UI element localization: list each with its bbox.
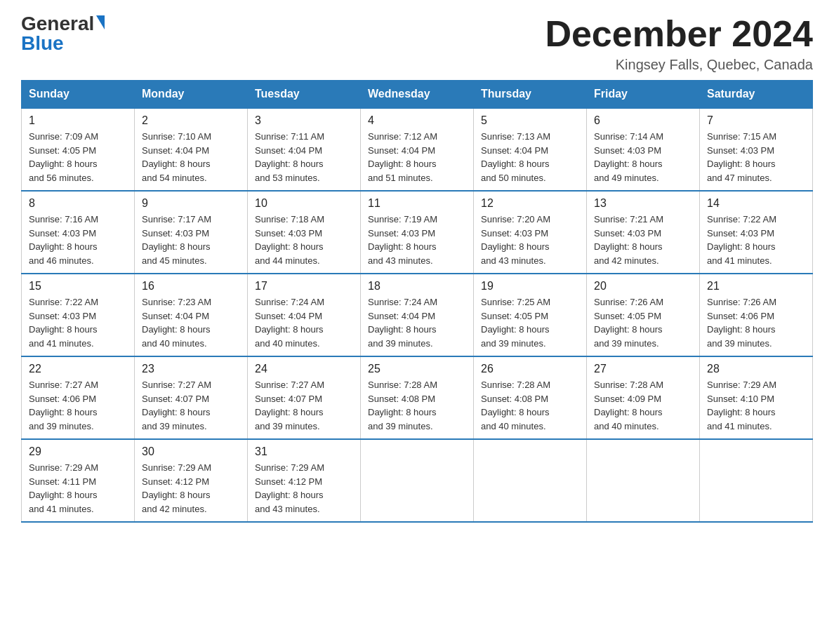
day-cell: 16Sunrise: 7:23 AM Sunset: 4:04 PM Dayli… — [135, 274, 248, 356]
day-cell: 30Sunrise: 7:29 AM Sunset: 4:12 PM Dayli… — [135, 439, 248, 522]
logo-arrow-icon — [96, 15, 105, 29]
day-cell: 18Sunrise: 7:24 AM Sunset: 4:04 PM Dayli… — [361, 274, 474, 356]
day-cell: 29Sunrise: 7:29 AM Sunset: 4:11 PM Dayli… — [22, 439, 135, 522]
day-info: Sunrise: 7:26 AM Sunset: 4:05 PM Dayligh… — [594, 295, 692, 350]
location: Kingsey Falls, Quebec, Canada — [545, 57, 813, 73]
day-number: 20 — [594, 280, 692, 293]
day-cell: 20Sunrise: 7:26 AM Sunset: 4:05 PM Dayli… — [587, 274, 700, 356]
day-number: 16 — [142, 280, 240, 293]
col-header-tuesday: Tuesday — [248, 81, 361, 109]
logo-general: General — [21, 14, 94, 34]
day-cell: 23Sunrise: 7:27 AM Sunset: 4:07 PM Dayli… — [135, 356, 248, 439]
day-info: Sunrise: 7:12 AM Sunset: 4:04 PM Dayligh… — [368, 130, 466, 185]
day-cell: 31Sunrise: 7:29 AM Sunset: 4:12 PM Dayli… — [248, 439, 361, 522]
day-cell: 8Sunrise: 7:16 AM Sunset: 4:03 PM Daylig… — [22, 191, 135, 274]
day-info: Sunrise: 7:13 AM Sunset: 4:04 PM Dayligh… — [481, 130, 579, 185]
day-number: 26 — [481, 363, 579, 375]
day-number: 14 — [707, 197, 805, 210]
day-info: Sunrise: 7:11 AM Sunset: 4:04 PM Dayligh… — [255, 130, 353, 185]
day-number: 25 — [368, 363, 466, 375]
day-info: Sunrise: 7:25 AM Sunset: 4:05 PM Dayligh… — [481, 295, 579, 350]
day-number: 7 — [707, 114, 805, 127]
day-cell: 4Sunrise: 7:12 AM Sunset: 4:04 PM Daylig… — [361, 108, 474, 191]
day-info: Sunrise: 7:29 AM Sunset: 4:10 PM Dayligh… — [707, 378, 805, 433]
day-cell — [700, 439, 813, 522]
day-info: Sunrise: 7:29 AM Sunset: 4:11 PM Dayligh… — [29, 461, 127, 516]
day-info: Sunrise: 7:17 AM Sunset: 4:03 PM Dayligh… — [142, 213, 240, 267]
day-cell: 12Sunrise: 7:20 AM Sunset: 4:03 PM Dayli… — [474, 191, 587, 274]
day-info: Sunrise: 7:21 AM Sunset: 4:03 PM Dayligh… — [594, 213, 692, 267]
day-info: Sunrise: 7:29 AM Sunset: 4:12 PM Dayligh… — [255, 461, 353, 516]
header-row: SundayMondayTuesdayWednesdayThursdayFrid… — [22, 81, 813, 109]
day-number: 23 — [142, 363, 240, 375]
day-info: Sunrise: 7:29 AM Sunset: 4:12 PM Dayligh… — [142, 461, 240, 516]
week-row-2: 8Sunrise: 7:16 AM Sunset: 4:03 PM Daylig… — [22, 191, 813, 274]
day-info: Sunrise: 7:15 AM Sunset: 4:03 PM Dayligh… — [707, 130, 805, 185]
day-number: 9 — [142, 197, 240, 210]
day-info: Sunrise: 7:22 AM Sunset: 4:03 PM Dayligh… — [707, 213, 805, 267]
week-row-1: 1Sunrise: 7:09 AM Sunset: 4:05 PM Daylig… — [22, 108, 813, 191]
day-number: 17 — [255, 280, 353, 293]
day-info: Sunrise: 7:16 AM Sunset: 4:03 PM Dayligh… — [29, 213, 127, 267]
day-cell — [361, 439, 474, 522]
day-number: 22 — [29, 363, 127, 375]
day-cell: 21Sunrise: 7:26 AM Sunset: 4:06 PM Dayli… — [700, 274, 813, 356]
day-number: 12 — [481, 197, 579, 210]
day-cell: 1Sunrise: 7:09 AM Sunset: 4:05 PM Daylig… — [22, 108, 135, 191]
col-header-wednesday: Wednesday — [361, 81, 474, 109]
day-cell: 7Sunrise: 7:15 AM Sunset: 4:03 PM Daylig… — [700, 108, 813, 191]
col-header-friday: Friday — [587, 81, 700, 109]
day-number: 3 — [255, 114, 353, 127]
day-cell: 9Sunrise: 7:17 AM Sunset: 4:03 PM Daylig… — [135, 191, 248, 274]
day-number: 10 — [255, 197, 353, 210]
col-header-saturday: Saturday — [700, 81, 813, 109]
day-info: Sunrise: 7:28 AM Sunset: 4:08 PM Dayligh… — [481, 378, 579, 433]
day-cell: 13Sunrise: 7:21 AM Sunset: 4:03 PM Dayli… — [587, 191, 700, 274]
day-number: 13 — [594, 197, 692, 210]
day-number: 8 — [29, 197, 127, 210]
logo: General Blue — [21, 14, 105, 53]
day-cell: 19Sunrise: 7:25 AM Sunset: 4:05 PM Dayli… — [474, 274, 587, 356]
title-section: December 2024 Kingsey Falls, Quebec, Can… — [545, 14, 813, 73]
day-info: Sunrise: 7:28 AM Sunset: 4:09 PM Dayligh… — [594, 378, 692, 433]
day-cell — [474, 439, 587, 522]
day-cell: 3Sunrise: 7:11 AM Sunset: 4:04 PM Daylig… — [248, 108, 361, 191]
day-info: Sunrise: 7:20 AM Sunset: 4:03 PM Dayligh… — [481, 213, 579, 267]
calendar-table: SundayMondayTuesdayWednesdayThursdayFrid… — [21, 80, 813, 523]
day-number: 4 — [368, 114, 466, 127]
day-cell: 6Sunrise: 7:14 AM Sunset: 4:03 PM Daylig… — [587, 108, 700, 191]
week-row-3: 15Sunrise: 7:22 AM Sunset: 4:03 PM Dayli… — [22, 274, 813, 356]
day-cell: 17Sunrise: 7:24 AM Sunset: 4:04 PM Dayli… — [248, 274, 361, 356]
day-info: Sunrise: 7:28 AM Sunset: 4:08 PM Dayligh… — [368, 378, 466, 433]
day-number: 2 — [142, 114, 240, 127]
day-info: Sunrise: 7:27 AM Sunset: 4:07 PM Dayligh… — [255, 378, 353, 433]
day-cell — [587, 439, 700, 522]
day-number: 31 — [255, 445, 353, 458]
day-number: 15 — [29, 280, 127, 293]
day-cell: 26Sunrise: 7:28 AM Sunset: 4:08 PM Dayli… — [474, 356, 587, 439]
day-number: 27 — [594, 363, 692, 375]
day-cell: 28Sunrise: 7:29 AM Sunset: 4:10 PM Dayli… — [700, 356, 813, 439]
day-cell: 15Sunrise: 7:22 AM Sunset: 4:03 PM Dayli… — [22, 274, 135, 356]
logo-blue: Blue — [21, 34, 64, 53]
day-cell: 24Sunrise: 7:27 AM Sunset: 4:07 PM Dayli… — [248, 356, 361, 439]
day-info: Sunrise: 7:23 AM Sunset: 4:04 PM Dayligh… — [142, 295, 240, 350]
week-row-5: 29Sunrise: 7:29 AM Sunset: 4:11 PM Dayli… — [22, 439, 813, 522]
day-number: 28 — [707, 363, 805, 375]
day-info: Sunrise: 7:24 AM Sunset: 4:04 PM Dayligh… — [255, 295, 353, 350]
day-number: 1 — [29, 114, 127, 127]
day-cell: 22Sunrise: 7:27 AM Sunset: 4:06 PM Dayli… — [22, 356, 135, 439]
col-header-thursday: Thursday — [474, 81, 587, 109]
day-number: 19 — [481, 280, 579, 293]
day-info: Sunrise: 7:14 AM Sunset: 4:03 PM Dayligh… — [594, 130, 692, 185]
day-number: 6 — [594, 114, 692, 127]
day-cell: 10Sunrise: 7:18 AM Sunset: 4:03 PM Dayli… — [248, 191, 361, 274]
page-header: General Blue December 2024 Kingsey Falls… — [21, 14, 813, 73]
col-header-monday: Monday — [135, 81, 248, 109]
month-title: December 2024 — [545, 14, 813, 54]
day-number: 29 — [29, 445, 127, 458]
week-row-4: 22Sunrise: 7:27 AM Sunset: 4:06 PM Dayli… — [22, 356, 813, 439]
day-info: Sunrise: 7:19 AM Sunset: 4:03 PM Dayligh… — [368, 213, 466, 267]
day-info: Sunrise: 7:09 AM Sunset: 4:05 PM Dayligh… — [29, 130, 127, 185]
day-info: Sunrise: 7:24 AM Sunset: 4:04 PM Dayligh… — [368, 295, 466, 350]
